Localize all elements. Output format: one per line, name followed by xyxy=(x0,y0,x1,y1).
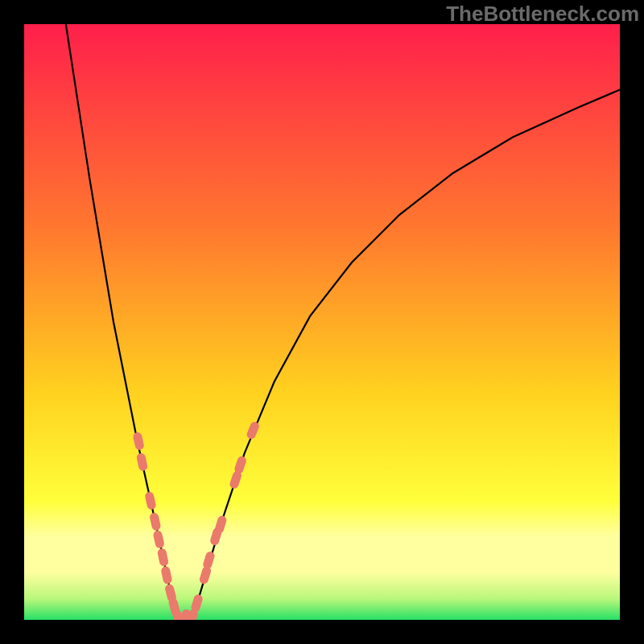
svg-rect-10 xyxy=(178,609,192,620)
svg-rect-14 xyxy=(202,551,216,570)
svg-rect-9 xyxy=(171,609,184,620)
svg-rect-19 xyxy=(246,420,261,440)
data-marker xyxy=(199,565,213,584)
data-marker xyxy=(160,566,172,585)
data-marker xyxy=(185,609,199,620)
data-marker xyxy=(233,455,247,474)
data-marker xyxy=(229,470,242,489)
data-marker xyxy=(167,597,180,617)
curve-left-branch xyxy=(66,24,178,620)
chart-svg xyxy=(24,24,620,620)
data-marker xyxy=(149,512,162,531)
svg-rect-2 xyxy=(144,491,157,510)
svg-rect-18 xyxy=(233,455,247,474)
attribution-text: TheBottleneck.com xyxy=(446,2,639,27)
chart-frame: TheBottleneck.com xyxy=(0,0,644,644)
svg-rect-7 xyxy=(164,584,177,603)
svg-rect-6 xyxy=(160,566,172,585)
data-marker xyxy=(246,420,261,440)
svg-rect-15 xyxy=(209,526,223,546)
data-marker xyxy=(144,491,157,510)
svg-rect-13 xyxy=(199,565,213,584)
curve-right-branch xyxy=(192,89,620,620)
data-marker xyxy=(152,530,165,549)
svg-rect-8 xyxy=(167,597,180,617)
svg-rect-1 xyxy=(136,452,149,472)
svg-rect-5 xyxy=(157,547,169,567)
data-marker xyxy=(171,609,184,620)
data-marker xyxy=(164,584,177,603)
svg-rect-3 xyxy=(149,512,162,531)
svg-rect-16 xyxy=(214,514,228,534)
data-marker xyxy=(190,593,204,613)
svg-rect-17 xyxy=(229,470,242,489)
data-marker xyxy=(178,609,192,620)
svg-rect-0 xyxy=(132,431,145,451)
plot-area xyxy=(24,24,620,620)
data-markers xyxy=(132,420,260,620)
data-marker xyxy=(136,452,149,472)
data-marker xyxy=(209,526,223,546)
data-marker xyxy=(132,431,145,451)
svg-rect-11 xyxy=(185,609,199,620)
svg-rect-4 xyxy=(152,530,165,549)
svg-rect-12 xyxy=(190,593,204,613)
gradient-background xyxy=(24,24,620,620)
data-marker xyxy=(202,551,216,570)
data-marker xyxy=(214,514,228,534)
data-marker xyxy=(157,547,169,567)
